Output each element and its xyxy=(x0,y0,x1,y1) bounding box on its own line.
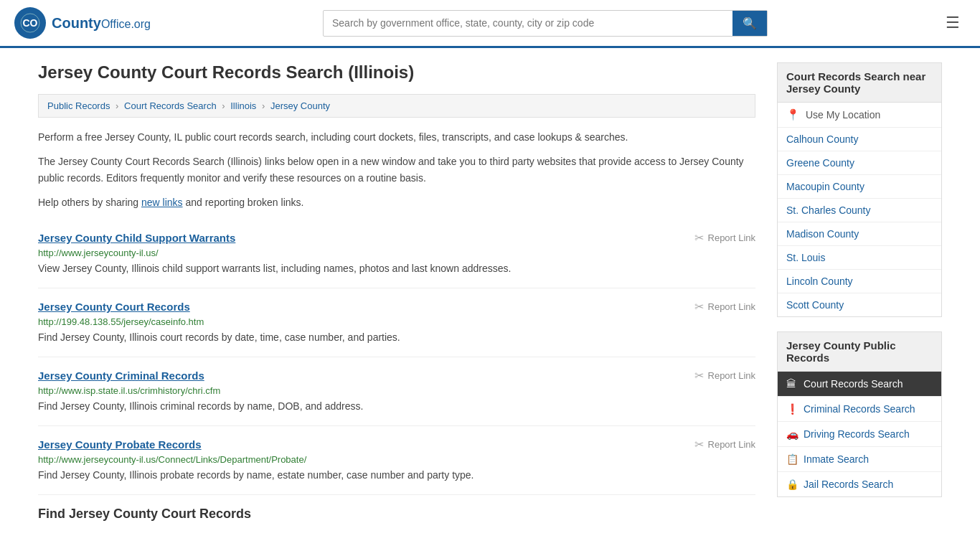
jail-records-link[interactable]: Jail Records Search xyxy=(804,479,893,490)
macoupin-county-link[interactable]: Macoupin County xyxy=(786,181,864,192)
pub-item-driving-records[interactable]: 🚗 Driving Records Search xyxy=(778,422,941,447)
nearby-county-item[interactable]: St. Louis xyxy=(778,246,941,270)
nearby-county-item[interactable]: Madison County xyxy=(778,222,941,246)
report-icon-1: ✂ xyxy=(694,231,704,245)
logo-icon: CO xyxy=(14,7,46,39)
logo-area: CO CountyOffice.org xyxy=(14,7,151,39)
breadcrumb-illinois[interactable]: Illinois xyxy=(230,100,256,111)
nearby-county-item[interactable]: Macoupin County xyxy=(778,175,941,199)
menu-icon[interactable]: ☰ xyxy=(940,11,966,35)
result-item: Jersey County Child Support Warrants ✂ R… xyxy=(38,220,755,288)
svg-text:CO: CO xyxy=(23,17,38,29)
nearby-county-item[interactable]: Lincoln County xyxy=(778,270,941,293)
logo-text: CountyOffice.org xyxy=(52,15,151,32)
results-list: Jersey County Child Support Warrants ✂ R… xyxy=(38,220,755,495)
content-area: Jersey County Court Records Search (Illi… xyxy=(38,62,755,522)
report-icon-3: ✂ xyxy=(694,369,704,382)
result-url-3: http://www.isp.state.il.us/crimhistory/c… xyxy=(38,385,755,396)
result-url-2: http://199.48.138.55/jersey/caseinfo.htm xyxy=(38,316,755,327)
use-location-link[interactable]: Use My Location xyxy=(806,109,880,121)
st-charles-county-link[interactable]: St. Charles County xyxy=(786,204,871,216)
report-link-3[interactable]: ✂ Report Link xyxy=(694,369,755,382)
madison-county-link[interactable]: Madison County xyxy=(786,228,859,240)
inmate-search-link[interactable]: Inmate Search xyxy=(804,453,869,465)
result-item: Jersey County Court Records ✂ Report Lin… xyxy=(38,288,755,357)
description-2: The Jersey County Court Records Search (… xyxy=(38,154,755,186)
pub-item-court-records[interactable]: 🏛 Court Records Search xyxy=(778,372,941,397)
search-button[interactable]: 🔍 xyxy=(732,11,767,36)
result-link-2[interactable]: Jersey County Court Records xyxy=(38,301,190,313)
search-icon: 🔍 xyxy=(743,17,757,29)
result-title-row: Jersey County Court Records ✂ Report Lin… xyxy=(38,300,755,314)
report-icon-4: ✂ xyxy=(694,438,704,451)
result-title-row: Jersey County Probate Records ✂ Report L… xyxy=(38,438,755,451)
pub-item-jail-records[interactable]: 🔒 Jail Records Search xyxy=(778,472,941,496)
sidebar: Court Records Search near Jersey County … xyxy=(777,62,942,522)
result-item: Jersey County Probate Records ✂ Report L… xyxy=(38,426,755,495)
new-links-link[interactable]: new links xyxy=(141,197,183,208)
result-title-row: Jersey County Child Support Warrants ✂ R… xyxy=(38,231,755,245)
result-link-1[interactable]: Jersey County Child Support Warrants xyxy=(38,232,235,244)
page-title: Jersey County Court Records Search (Illi… xyxy=(38,62,755,83)
search-input[interactable] xyxy=(324,11,732,34)
location-icon: 📍 xyxy=(786,108,800,121)
scott-county-link[interactable]: Scott County xyxy=(786,299,844,311)
find-heading: Find Jersey County Court Records xyxy=(38,501,755,522)
nearby-section: Court Records Search near Jersey County … xyxy=(777,62,942,317)
report-link-2[interactable]: ✂ Report Link xyxy=(694,300,755,314)
breadcrumb-jersey-county[interactable]: Jersey County xyxy=(270,100,330,111)
result-desc-1: View Jersey County, Illinois child suppo… xyxy=(38,261,755,276)
result-url-4: http://www.jerseycounty-il.us/Connect/Li… xyxy=(38,454,755,465)
help-text: Help others by sharing new links and rep… xyxy=(38,194,755,210)
nearby-title: Court Records Search near Jersey County xyxy=(777,62,942,103)
result-url-1: http://www.jerseycounty-il.us/ xyxy=(38,248,755,258)
description-1: Perform a free Jersey County, IL public … xyxy=(38,129,755,145)
st-louis-link[interactable]: St. Louis xyxy=(786,252,825,263)
pub-item-inmate-search[interactable]: 📋 Inmate Search xyxy=(778,447,941,472)
header: CO CountyOffice.org 🔍 ☰ xyxy=(0,0,980,48)
result-link-4[interactable]: Jersey County Probate Records xyxy=(38,438,202,451)
breadcrumb-sep-1: › xyxy=(116,100,118,111)
court-icon: 🏛 xyxy=(786,378,798,390)
report-link-4[interactable]: ✂ Report Link xyxy=(694,438,755,451)
nearby-county-item[interactable]: Calhoun County xyxy=(778,128,941,151)
report-link-1[interactable]: ✂ Report Link xyxy=(694,231,755,245)
nearby-county-item[interactable]: Greene County xyxy=(778,151,941,175)
main-container: Jersey County Court Records Search (Illi… xyxy=(24,48,956,536)
use-location-item[interactable]: 📍 Use My Location xyxy=(778,103,941,128)
breadcrumb-sep-2: › xyxy=(222,100,225,111)
breadcrumb-public-records[interactable]: Public Records xyxy=(47,100,110,111)
result-desc-2: Find Jersey County, Illinois court recor… xyxy=(38,330,755,345)
result-title-row: Jersey County Criminal Records ✂ Report … xyxy=(38,369,755,382)
result-desc-3: Find Jersey County, Illinois criminal re… xyxy=(38,399,755,414)
breadcrumb-sep-3: › xyxy=(262,100,265,111)
nearby-list: 📍 Use My Location Calhoun County Greene … xyxy=(777,103,942,317)
search-bar: 🔍 xyxy=(323,10,768,37)
jail-icon: 🔒 xyxy=(786,479,798,490)
public-records-section: Jersey County Public Records 🏛 Court Rec… xyxy=(777,331,942,497)
breadcrumb: Public Records › Court Records Search › … xyxy=(38,94,755,118)
greene-county-link[interactable]: Greene County xyxy=(786,157,854,169)
inmate-icon: 📋 xyxy=(786,453,798,465)
pub-item-criminal-records[interactable]: ❗ Criminal Records Search xyxy=(778,397,941,422)
public-records-list: 🏛 Court Records Search ❗ Criminal Record… xyxy=(777,372,942,497)
public-records-title: Jersey County Public Records xyxy=(777,331,942,372)
breadcrumb-court-records[interactable]: Court Records Search xyxy=(124,100,217,111)
nearby-county-item[interactable]: St. Charles County xyxy=(778,199,941,222)
criminal-icon: ❗ xyxy=(786,403,798,415)
nearby-county-item[interactable]: Scott County xyxy=(778,293,941,316)
result-link-3[interactable]: Jersey County Criminal Records xyxy=(38,369,204,382)
result-item: Jersey County Criminal Records ✂ Report … xyxy=(38,357,755,426)
lincoln-county-link[interactable]: Lincoln County xyxy=(786,276,853,287)
driving-records-link[interactable]: Driving Records Search xyxy=(804,428,910,440)
result-desc-4: Find Jersey County, Illinois probate rec… xyxy=(38,468,755,483)
calhoun-county-link[interactable]: Calhoun County xyxy=(786,133,858,145)
criminal-records-link[interactable]: Criminal Records Search xyxy=(804,403,915,415)
report-icon-2: ✂ xyxy=(694,300,704,314)
driving-icon: 🚗 xyxy=(786,428,798,440)
court-records-link[interactable]: Court Records Search xyxy=(804,378,903,390)
